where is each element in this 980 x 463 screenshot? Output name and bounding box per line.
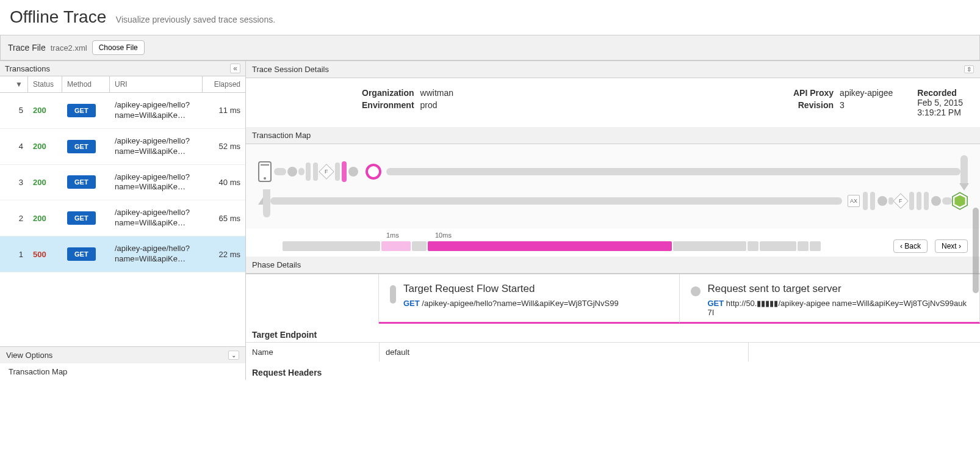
expand-icon[interactable]: ⇳ [964,65,974,73]
sort-toggle[interactable]: ▼ [0,76,28,92]
timeline-segment[interactable] [428,241,672,251]
flow-step-icon[interactable] [924,192,929,210]
recorded-block: Recorded Feb 5, 2015 3:19:21 PM [917,88,975,117]
client-icon[interactable] [258,161,272,182]
flow-step-icon[interactable] [342,161,347,182]
transaction-map-title: Transaction Map [252,131,311,140]
method-pill: GET [67,104,96,117]
tx-id: 4 [0,140,28,152]
timeline-segment[interactable] [412,241,427,251]
col-method[interactable]: Method [62,76,110,92]
org-label: Organization [362,88,414,98]
flow-policy-ax-icon[interactable]: AX [848,195,860,207]
request-headers-section: Request Headers [246,362,980,380]
tx-status: 200 [28,104,62,116]
tx-id: 1 [0,249,28,260]
method-pill: GET [67,247,96,261]
recorded-time: 3:19:21 PM [917,108,963,117]
flow-step-icon[interactable] [313,162,318,181]
flow-step-icon[interactable] [348,167,358,177]
page-header: Offline Trace Visualize previously saved… [0,0,980,35]
tx-elapsed: 40 ms [203,177,245,188]
time-label-1ms: 1ms [386,232,399,239]
transaction-row[interactable]: 2 200 GET /apikey-apigee/hello?name=Will… [0,200,245,236]
flow-step-icon[interactable] [287,167,297,177]
transactions-columns: ▼ Status Method URI Elapsed [0,76,245,93]
flow-policy-icon[interactable]: F [319,164,334,179]
transaction-row[interactable]: 5 200 GET /apikey-apigee/hello?name=Will… [0,93,245,129]
transaction-row[interactable]: 4 200 GET /apikey-apigee/hello?name=Will… [0,129,245,165]
transaction-row[interactable]: 3 200 GET /apikey-apigee/hello?name=Will… [0,165,245,201]
tx-uri: /apikey-apigee/hello?name=Will&apiKe… [110,99,203,122]
timeline-segment[interactable] [760,241,796,251]
revision-label: Revision [793,100,834,110]
tx-uri: /apikey-apigee/hello?name=Will&apiKe… [110,206,203,230]
phase-card-url: http://50.▮▮▮▮▮/apikey-apigee name=Will&… [708,299,967,317]
transaction-row[interactable]: 1 500 GET /apikey-apigee/hello?name=Will… [0,236,245,272]
phase-details-header: Phase Details [246,257,980,274]
timeline-segment[interactable] [283,241,380,251]
choose-file-button[interactable]: Choose File [92,40,145,55]
flow-step-icon[interactable] [306,162,311,181]
timeline-segment[interactable] [748,241,758,251]
phase-card-title: Request sent to target server [708,283,969,295]
trace-file-name: trace2.xml [51,43,87,53]
recorded-label: Recorded [917,88,963,98]
tx-id: 5 [0,104,28,116]
proxy-value: apikey-apigee [840,88,893,98]
scrollbar[interactable] [973,208,979,293]
phase-card-url: /apikey-apigee/hello?name=Will&apiKey=Wj… [422,299,618,308]
timeline-segment[interactable] [798,241,809,251]
method-pill: GET [67,140,96,153]
flow-policy-icon[interactable]: F [893,193,908,208]
time-label-10ms: 10ms [435,232,452,239]
details-panel: Trace Session Details ⇳ Organization wwi… [246,61,980,380]
transactions-panel: Transactions « ▼ Status Method URI Elaps… [0,61,246,380]
view-options-item[interactable]: Transaction Map [0,363,245,380]
col-elapsed[interactable]: Elapsed [203,76,245,92]
timeline-segment[interactable] [810,241,821,251]
tx-uri: /apikey-apigee/hello?name=Will&apiKe… [110,171,203,194]
flow-step-icon[interactable] [931,196,941,206]
flow-step-icon[interactable] [863,192,868,210]
col-status[interactable]: Status [28,76,62,92]
revision-value: 3 [840,100,893,110]
env-label: Environment [362,100,414,110]
phase-card-method: GET [403,299,420,308]
flow-step-icon[interactable] [877,196,887,206]
tx-status: 200 [28,140,62,152]
view-options-title: View Options [6,351,52,360]
phase-card-request-started[interactable]: Target Request Flow Started GET /apikey-… [379,274,680,324]
target-node-icon[interactable] [952,192,968,210]
tx-elapsed: 52 ms [203,140,245,152]
page-subtitle: Visualize previously saved trace session… [116,15,275,24]
tx-elapsed: 11 ms [203,104,245,116]
tx-elapsed: 65 ms [203,213,245,224]
view-options-header[interactable]: View Options ⌄ [0,346,245,363]
tx-uri: /apikey-apigee/hello?name=Will&apiKe… [110,242,203,266]
flow-step-icon[interactable] [917,192,921,210]
phase-step-icon [691,286,701,296]
timeline-segment[interactable] [381,241,411,251]
flow-selected-step-icon[interactable] [366,164,381,180]
back-button[interactable]: ‹ Back [893,239,928,253]
tx-method: GET [62,103,110,118]
flow-step-icon[interactable] [909,192,914,210]
phase-card-request-sent[interactable]: Request sent to target server GET http:/… [680,274,981,324]
timeline-segment[interactable] [673,241,746,251]
endpoint-name-value: default [379,343,748,362]
tx-status: 200 [28,177,62,188]
env-value: prod [420,100,453,110]
chevron-down-icon[interactable]: ⌄ [228,351,239,360]
col-uri[interactable]: URI [110,76,203,92]
phase-details-title: Phase Details [252,260,301,269]
flow-step-icon[interactable] [335,162,340,181]
collapse-panel-button[interactable]: « [230,64,240,73]
transactions-header: Transactions « [0,61,245,76]
next-button[interactable]: Next › [935,239,968,253]
session-details-header: Trace Session Details ⇳ [246,61,980,78]
phase-step-icon [390,285,396,304]
tx-method: GET [62,210,110,226]
flow-step-icon[interactable] [870,192,875,210]
timeline-bar: 1ms 10ms ‹ Back Next › [246,228,980,257]
